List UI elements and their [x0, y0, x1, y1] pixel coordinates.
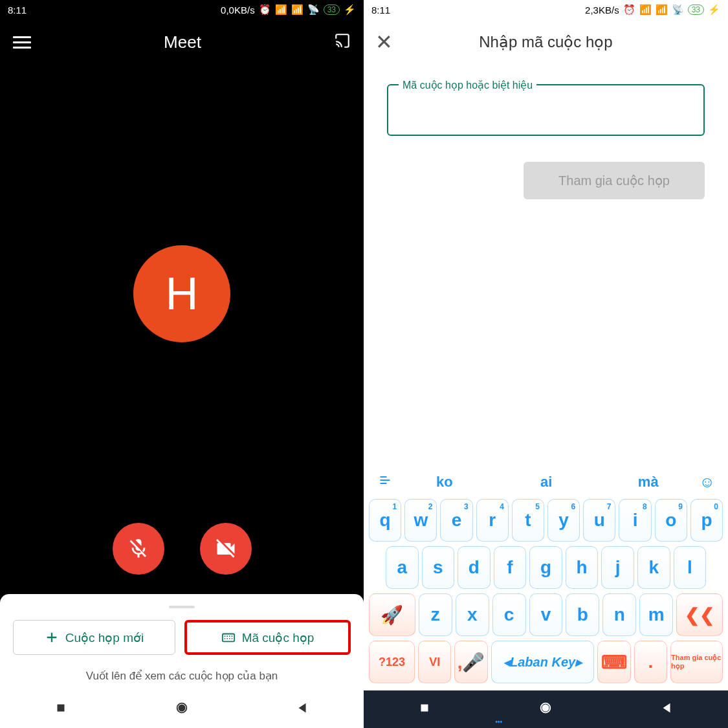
key-s[interactable]: s — [422, 546, 455, 589]
svg-rect-0 — [223, 634, 234, 642]
key-z[interactable]: z — [419, 593, 452, 636]
keyboard-switch-key[interactable]: ⌨ — [597, 641, 630, 683]
key-h[interactable]: h — [566, 546, 599, 589]
svg-point-8 — [231, 638, 232, 639]
input-label: Mã cuộc họp hoặc biệt hiệu — [399, 79, 536, 91]
key-c[interactable]: c — [492, 593, 526, 636]
period-key[interactable]: . — [634, 641, 667, 683]
app-header: ✕ Nhập mã cuộc họp — [364, 19, 728, 65]
form-area: Mã cuộc họp hoặc biệt hiệu Tham gia cuộc… — [364, 65, 728, 464]
new-meeting-label: Cuộc họp mới — [65, 630, 144, 645]
key-j[interactable]: j — [601, 546, 634, 589]
close-icon[interactable]: ✕ — [375, 30, 393, 54]
numbers-key[interactable]: ?123 — [369, 641, 415, 683]
key-q[interactable]: q1 — [369, 499, 401, 542]
key-y[interactable]: y6 — [547, 499, 580, 542]
signal-icon: 📶 — [291, 4, 303, 16]
enter-key[interactable]: Tham gia cuộc họp — [670, 641, 723, 683]
join-meeting-button[interactable]: Tham gia cuộc họp — [524, 162, 705, 199]
key-g[interactable]: g — [529, 546, 562, 589]
key-p[interactable]: p0 — [690, 499, 723, 542]
suggestion-menu-icon[interactable] — [377, 474, 393, 491]
svg-rect-12 — [421, 705, 428, 712]
svg-point-4 — [231, 635, 232, 637]
key-o[interactable]: o9 — [655, 499, 687, 542]
emoji-icon[interactable]: ☺ — [700, 473, 716, 491]
app-title: Meet — [164, 32, 201, 52]
status-speed: 0,0KB/s — [221, 5, 255, 16]
alarm-icon: ⏰ — [259, 4, 271, 16]
menu-icon[interactable] — [13, 36, 31, 49]
mic-off-button[interactable] — [113, 523, 164, 575]
nav-recent-icon[interactable] — [54, 701, 68, 718]
key-r[interactable]: r4 — [476, 499, 509, 542]
join-meeting-label: Tham gia cuộc họp — [558, 173, 670, 188]
battery-icon: 33 — [688, 5, 704, 15]
svg-point-7 — [229, 638, 230, 639]
key-n[interactable]: n — [602, 593, 636, 636]
alarm-icon: ⏰ — [623, 4, 635, 16]
svg-point-2 — [226, 635, 228, 637]
nav-home-icon[interactable] — [175, 701, 189, 718]
key-x[interactable]: x — [456, 593, 489, 636]
nav-back-icon[interactable] — [296, 701, 310, 718]
suggestion-3[interactable]: mà — [597, 474, 700, 491]
wifi-icon: 📡 — [307, 4, 320, 16]
key-i[interactable]: i8 — [619, 499, 651, 542]
key-u[interactable]: u7 — [583, 499, 615, 542]
language-key[interactable]: VI — [418, 641, 451, 683]
charging-icon: ⚡ — [344, 4, 356, 16]
new-meeting-button[interactable]: Cuộc họp mới — [13, 620, 175, 655]
status-time: 8:11 — [371, 5, 390, 16]
svg-point-11 — [179, 705, 184, 711]
suggestion-1[interactable]: ko — [393, 474, 496, 491]
meeting-code-button[interactable]: Mã cuộc họp — [184, 620, 351, 655]
call-controls — [0, 523, 364, 594]
key-l[interactable]: l — [674, 546, 707, 589]
cast-icon[interactable] — [334, 32, 351, 52]
signal-icon: 📶 — [656, 4, 668, 16]
meeting-code-label: Mã cuộc họp — [242, 630, 314, 645]
key-b[interactable]: b — [566, 593, 599, 636]
page-title: Nhập mã cuộc họp — [479, 33, 612, 51]
svg-point-5 — [224, 638, 225, 639]
status-time: 8:11 — [8, 5, 27, 16]
app-header: Meet — [0, 19, 364, 65]
key-t[interactable]: t5 — [512, 499, 544, 542]
key-row-2: asdfghjkl — [368, 546, 724, 589]
video-preview: H — [0, 65, 364, 523]
svg-point-14 — [543, 705, 549, 711]
key-v[interactable]: v — [529, 593, 563, 636]
nav-recent-icon[interactable] — [417, 701, 432, 718]
nav-bar — [0, 690, 364, 728]
status-speed: 2,3KB/s — [585, 5, 619, 16]
comma-key[interactable]: ,🎤 — [454, 641, 487, 683]
signal-icon: 📶 — [275, 4, 287, 16]
shift-key[interactable]: 🚀 — [369, 593, 415, 636]
backspace-key[interactable]: ❮❮ — [676, 593, 723, 636]
keyboard: ko ai••• mà ☺ q1w2e3r4t5y6u7i8o9p0 asdfg… — [364, 464, 728, 690]
svg-point-3 — [229, 635, 230, 637]
svg-point-1 — [224, 635, 225, 637]
suggestion-2[interactable]: ai••• — [496, 474, 598, 491]
key-a[interactable]: a — [386, 546, 419, 589]
meeting-code-input[interactable]: Mã cuộc họp hoặc biệt hiệu — [387, 84, 705, 136]
nav-back-icon[interactable] — [660, 701, 674, 718]
status-bar: 8:11 2,3KB/s ⏰ 📶 📶 📡 33 ⚡ — [364, 0, 728, 19]
bottom-sheet[interactable]: Cuộc họp mới Mã cuộc họp Vuốt lên để xem… — [0, 594, 364, 690]
suggestion-row: ko ai••• mà ☺ — [368, 469, 724, 499]
key-m[interactable]: m — [639, 593, 673, 636]
nav-bar — [364, 690, 728, 728]
grab-handle[interactable] — [169, 606, 195, 608]
key-f[interactable]: f — [494, 546, 527, 589]
key-row-4: ?123 VI ,🎤 ◂Laban Key▸ ⌨ . Tham gia cuộc… — [368, 641, 724, 683]
nav-home-icon[interactable] — [538, 701, 553, 718]
camera-off-button[interactable] — [200, 523, 252, 575]
signal-icon: 📶 — [639, 4, 652, 16]
key-d[interactable]: d — [458, 546, 491, 589]
key-w[interactable]: w2 — [404, 499, 437, 542]
key-k[interactable]: k — [637, 546, 670, 589]
wifi-icon: 📡 — [672, 4, 684, 16]
space-key[interactable]: ◂Laban Key▸ — [491, 641, 595, 683]
key-e[interactable]: e3 — [440, 499, 472, 542]
